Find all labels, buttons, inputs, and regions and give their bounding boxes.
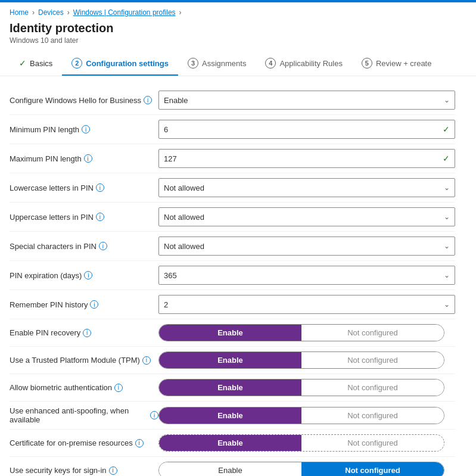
toggle-tpm: Enable Not configured — [158, 351, 444, 369]
tab-configuration[interactable]: 2 Configuration settings — [62, 52, 178, 76]
breadcrumb-devices[interactable]: Devices — [38, 8, 64, 17]
info-icon-pin-recovery[interactable]: i — [83, 329, 91, 337]
info-icon-remember-history[interactable]: i — [90, 300, 98, 309]
label-uppercase-letters: Uppercase letters in PIN — [10, 213, 94, 222]
info-icon-pin-expiration[interactable]: i — [84, 271, 92, 279]
page-subtitle: Windows 10 and later — [10, 36, 466, 45]
dropdown-lowercase-letters[interactable]: Not allowed ⌄ — [158, 178, 455, 197]
chevron-down-icon: ⌄ — [444, 96, 450, 104]
label-remember-history: Remember PIN history — [10, 300, 88, 309]
info-icon-tpm[interactable]: i — [142, 356, 151, 365]
label-configure-windows-hello: Configure Windows Hello for Business — [10, 96, 141, 105]
info-icon-max-pin-length[interactable]: i — [84, 154, 92, 163]
setting-biometric: Allow biometric authentication i Enable … — [10, 374, 455, 402]
toggle-enable-certificate-on-premise[interactable]: Enable — [159, 435, 301, 451]
label-biometric: Allow biometric authentication — [10, 383, 112, 392]
label-pin-recovery: Enable PIN recovery — [10, 328, 80, 337]
toggle-biometric: Enable Not configured — [158, 379, 444, 396]
setting-min-pin-length: Minimum PIN length i 6 ✓ — [10, 115, 455, 144]
breadcrumb: Home › Devices › Windows | Configuration… — [0, 2, 476, 19]
dropdown-uppercase-letters[interactable]: Not allowed ⌄ — [158, 207, 455, 226]
info-icon-uppercase-letters[interactable]: i — [96, 213, 104, 221]
toggle-notconfig-certificate-on-premise[interactable]: Not configured — [301, 435, 444, 451]
info-icon-certificate-on-premise[interactable]: i — [135, 439, 144, 447]
setting-pin-recovery: Enable PIN recovery i Enable Not configu… — [10, 319, 455, 347]
setting-max-pin-length: Maximum PIN length i 127 ✓ — [10, 144, 455, 173]
label-lowercase-letters: Lowercase letters in PIN — [10, 183, 94, 192]
setting-lowercase-letters: Lowercase letters in PIN i Not allowed ⌄ — [10, 173, 455, 203]
tab-applicability[interactable]: 4 Applicability Rules — [256, 52, 352, 76]
page-title: Identity protection — [10, 21, 466, 35]
toggle-pin-recovery: Enable Not configured — [158, 324, 444, 341]
tab-assignments[interactable]: 3 Assignments — [178, 52, 256, 76]
check-icon-max-pin: ✓ — [443, 154, 450, 163]
toggle-certificate-on-premise: Enable Not configured — [158, 434, 444, 452]
tab-applicability-number: 4 — [265, 58, 276, 69]
label-min-pin-length: Minimum PIN length — [10, 125, 79, 134]
chevron-down-icon: ⌄ — [444, 183, 450, 192]
setting-special-chars: Special characters in PIN i Not allowed … — [10, 232, 455, 261]
setting-certificate-on-premise: Certificate for on-premise resources i E… — [10, 430, 455, 457]
breadcrumb-home[interactable]: Home — [10, 8, 29, 17]
dropdown-special-chars[interactable]: Not allowed ⌄ — [158, 237, 455, 256]
chevron-down-icon: ⌄ — [444, 242, 450, 250]
toggle-enable-tpm[interactable]: Enable — [159, 352, 301, 368]
label-tpm: Use a Trusted Platform Module (TPM) — [10, 356, 140, 365]
toggle-notconfig-tpm[interactable]: Not configured — [301, 352, 444, 368]
info-icon-biometric[interactable]: i — [114, 384, 123, 392]
toggle-notconfig-biometric[interactable]: Not configured — [301, 379, 444, 396]
setting-configure-windows-hello: Configure Windows Hello for Business i E… — [10, 86, 455, 115]
setting-uppercase-letters: Uppercase letters in PIN i Not allowed ⌄ — [10, 203, 455, 232]
setting-remember-history: Remember PIN history i 2 ⌄ — [10, 290, 455, 319]
tab-configuration-number: 2 — [71, 58, 82, 69]
toggle-notconfig-security-keys[interactable]: Not configured — [301, 462, 444, 476]
check-icon-min-pin: ✓ — [443, 125, 450, 134]
label-anti-spoofing: Use enhanced anti-spoofing, when availab… — [10, 406, 148, 424]
tab-review[interactable]: 5 Review + create — [352, 52, 441, 76]
info-icon-lowercase-letters[interactable]: i — [96, 183, 104, 192]
toggle-notconfig-pin-recovery[interactable]: Not configured — [301, 325, 444, 341]
check-icon: ✓ — [19, 58, 26, 68]
label-max-pin-length: Maximum PIN length — [10, 154, 82, 163]
label-certificate-on-premise: Certificate for on-premise resources — [10, 438, 133, 447]
tab-assignments-number: 3 — [188, 58, 198, 69]
setting-anti-spoofing: Use enhanced anti-spoofing, when availab… — [10, 402, 455, 430]
tab-applicability-label: Applicability Rules — [279, 59, 343, 68]
setting-security-keys: Use security keys for sign-in i Enable N… — [10, 457, 455, 476]
info-icon-security-keys[interactable]: i — [109, 466, 117, 475]
info-icon-min-pin-length[interactable]: i — [82, 125, 90, 133]
chevron-down-icon: ⌄ — [444, 271, 450, 279]
setting-tpm: Use a Trusted Platform Module (TPM) i En… — [10, 347, 455, 374]
breadcrumb-config-profiles[interactable]: Windows | Configuration profiles — [73, 8, 176, 17]
dropdown-max-pin-length[interactable]: 127 ✓ — [158, 149, 455, 168]
chevron-down-icon: ⌄ — [444, 213, 450, 221]
dropdown-pin-expiration[interactable]: 365 ⌄ — [158, 266, 455, 285]
info-icon-configure-windows-hello[interactable]: i — [144, 96, 152, 104]
info-icon-anti-spoofing[interactable]: i — [150, 411, 158, 419]
info-icon-special-chars[interactable]: i — [99, 242, 107, 250]
toggle-enable-security-keys[interactable]: Enable — [159, 462, 301, 476]
toggle-anti-spoofing: Enable Not configured — [158, 407, 444, 424]
tab-review-number: 5 — [362, 58, 372, 69]
chevron-down-icon: ⌄ — [444, 300, 450, 309]
dropdown-remember-history[interactable]: 2 ⌄ — [158, 295, 455, 314]
toggle-enable-anti-spoofing[interactable]: Enable — [159, 407, 301, 424]
tab-review-label: Review + create — [376, 59, 432, 68]
label-security-keys: Use security keys for sign-in — [10, 466, 107, 475]
toggle-security-keys: Enable Not configured — [158, 462, 444, 476]
label-pin-expiration: PIN expiration (days) — [10, 271, 82, 280]
toggle-notconfig-anti-spoofing[interactable]: Not configured — [301, 407, 444, 424]
tab-basics-label: Basics — [30, 59, 52, 68]
tab-configuration-label: Configuration settings — [86, 59, 169, 68]
settings-content: Configure Windows Hello for Business i E… — [0, 76, 465, 476]
setting-pin-expiration: PIN expiration (days) i 365 ⌄ — [10, 261, 455, 290]
toggle-enable-biometric[interactable]: Enable — [159, 379, 301, 396]
page-header: Identity protection Windows 10 and later — [0, 19, 476, 52]
label-special-chars: Special characters in PIN — [10, 242, 97, 251]
dropdown-min-pin-length[interactable]: 6 ✓ — [158, 120, 455, 139]
toggle-enable-pin-recovery[interactable]: Enable — [159, 325, 301, 341]
dropdown-configure-windows-hello[interactable]: Enable ⌄ — [158, 91, 455, 110]
tab-basics[interactable]: ✓ Basics — [10, 52, 62, 75]
tab-assignments-label: Assignments — [202, 59, 246, 68]
tabs-nav: ✓ Basics 2 Configuration settings 3 Assi… — [0, 52, 476, 76]
